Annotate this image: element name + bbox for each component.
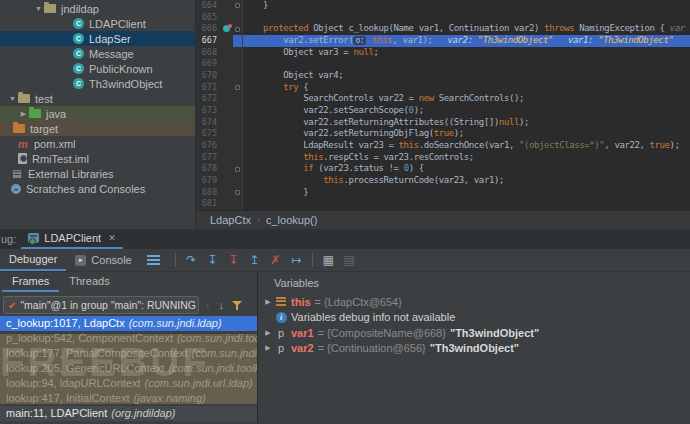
fold-column	[233, 93, 243, 105]
tab-console[interactable]: ▸Console	[66, 249, 140, 271]
code-line-667[interactable]: 667 var2.setError(o: this, var1); var2: …	[196, 35, 690, 47]
method-breakpoint-icon[interactable]	[222, 23, 233, 35]
code-line-666[interactable]: 666 protected Object c_lookup(Name var1,…	[196, 23, 690, 35]
variable-value: = {CompositeName@668}	[318, 327, 446, 339]
code-line-664[interactable]: 664 }	[196, 0, 690, 12]
code-line-681[interactable]: 681	[196, 198, 690, 210]
variables-rows: ▶this= {LdapCtx@654}iVariables debug inf…	[258, 294, 690, 356]
value-icon	[274, 297, 288, 306]
frame-row[interactable]: c_lookup:1017, LdapCtx(com.sun.jndi.ldap…	[0, 316, 257, 331]
code-text: this.respCtls = var23.resControls;	[243, 152, 690, 164]
variable-row[interactable]: ▶pvar2= {Continuation@656}"Th3windObject…	[258, 341, 690, 357]
run-to-cursor-button[interactable]: ↦	[286, 250, 307, 271]
tree-item-publicknown[interactable]: CPublicKnown	[0, 61, 195, 76]
code-line-678[interactable]: 678 if (var23.status != 0) {	[196, 163, 690, 175]
drop-frame-button[interactable]: ✗	[265, 250, 286, 271]
code-line-674[interactable]: 674 var22.setReturningAttributes((String…	[196, 117, 690, 129]
code-line-680[interactable]: 680 }	[196, 187, 690, 199]
line-number: 664	[196, 0, 222, 12]
tree-item-ldapser[interactable]: CLdapSer	[0, 31, 195, 46]
view-breakpoints-button[interactable]: ▦	[318, 250, 339, 271]
breadcrumb-item-c-lookup-[interactable]: c_lookup()	[266, 214, 317, 226]
code-line-676[interactable]: 676 LdapResult var23 = this.doSearchOnce…	[196, 140, 690, 152]
hide-frames-filter-icon[interactable]	[232, 300, 243, 311]
tree-item-th3windobject[interactable]: CTh3windObject	[0, 76, 195, 91]
tree-item-label: Scratches and Consoles	[26, 183, 145, 195]
frame-row[interactable]: lookup:417, InitialContext(javax.naming)	[0, 391, 257, 406]
chevron-down-icon[interactable]: ▼	[33, 5, 44, 12]
tab-threads[interactable]: Threads	[59, 272, 119, 290]
fold-marker[interactable]	[233, 0, 243, 12]
code-line-671[interactable]: 671 try {	[196, 82, 690, 94]
chevron-right-icon[interactable]: ▶	[262, 329, 274, 337]
tree-item-message[interactable]: CMessage	[0, 46, 195, 61]
chevron-down-icon[interactable]: ▼	[7, 95, 18, 102]
variable-string-value: "Th3windObject"	[450, 327, 539, 339]
tree-item-rmitest-iml[interactable]: RmiTest.iml	[0, 151, 195, 166]
frame-row[interactable]: lookup:177, PartialCompositeContext(com.…	[0, 346, 257, 361]
folder-green-icon	[29, 109, 41, 118]
tree-item-java[interactable]: ▶java	[0, 106, 195, 121]
debug-window-label: ug:	[0, 233, 21, 245]
class-icon: C	[73, 33, 84, 44]
debug-session-tab[interactable]: LDAPClient ✕	[21, 229, 122, 249]
frame-row[interactable]: main:11, LDAPClient(org.jndildap)	[0, 406, 257, 421]
fold-column	[233, 175, 243, 187]
frame-row[interactable]: lookup:94, ldapURLContext(com.sun.jndi.u…	[0, 376, 257, 391]
next-frame-icon[interactable]: ↓	[219, 299, 225, 311]
frame-row[interactable]: lookup:205, GenericURLContext(com.sun.jn…	[0, 361, 257, 376]
previous-frame-icon[interactable]: ↑	[205, 299, 211, 311]
code-line-665[interactable]: 665	[196, 12, 690, 24]
variable-row[interactable]: ▶this= {LdapCtx@654}	[258, 294, 690, 310]
fold-marker[interactable]	[233, 82, 243, 94]
tree-item-pom-xml[interactable]: mpom.xml	[0, 136, 195, 151]
view-tabs: Debugger▸Console	[0, 249, 141, 271]
gutter-column	[222, 198, 233, 210]
tree-item-external-libraries[interactable]: ▤External Libraries	[0, 166, 195, 181]
code-line-677[interactable]: 677 this.respCtls = var23.resControls;	[196, 152, 690, 164]
chevron-right-icon[interactable]: ▶	[18, 110, 29, 118]
breadcrumb: LdapCtx›c_lookup()	[196, 210, 690, 229]
gutter-column	[222, 163, 233, 175]
code-line-668[interactable]: 668 Object var3 = null;	[196, 47, 690, 59]
fold-column	[233, 117, 243, 129]
step-into-button[interactable]: ↧	[202, 250, 223, 271]
variable-row[interactable]: ▶pvar1= {CompositeName@668}"Th3windObjec…	[258, 325, 690, 341]
close-icon[interactable]: ✕	[108, 233, 116, 243]
code-editor[interactable]: 664 }665666 protected Object c_lookup(Na…	[196, 0, 690, 229]
tab-debugger[interactable]: Debugger	[0, 249, 66, 271]
tree-item-jndildap[interactable]: ▼jndildap	[0, 1, 195, 16]
force-step-into-button[interactable]: ↧	[223, 250, 244, 271]
chevron-right-icon[interactable]: ▶	[262, 298, 274, 306]
code-line-679[interactable]: 679 this.processReturnCode(var23, var1);	[196, 175, 690, 187]
code-line-672[interactable]: 672 SearchControls var22 = new SearchCon…	[196, 93, 690, 105]
fold-marker[interactable]	[233, 23, 243, 35]
tree-item-ldapclient[interactable]: CLDAPClient	[0, 16, 195, 31]
frame-location: lookup:94, ldapURLContext	[6, 377, 141, 389]
variable-row[interactable]: iVariables debug info not available	[258, 310, 690, 326]
chevron-right-icon[interactable]: ▶	[262, 344, 274, 352]
gutter-column	[222, 12, 233, 24]
step-over-button[interactable]: ↷	[181, 250, 202, 271]
tree-item-target[interactable]: target	[0, 121, 195, 136]
code-line-673[interactable]: 673 var22.setSearchScope(0);	[196, 105, 690, 117]
variable-name: this	[291, 296, 311, 308]
tree-item-label: pom.xml	[34, 138, 76, 150]
fold-marker[interactable]	[233, 163, 243, 175]
frame-row[interactable]: p_lookup:542, ComponentContext(com.sun.j…	[0, 331, 257, 346]
fold-marker[interactable]	[233, 187, 243, 199]
code-text: }	[243, 187, 690, 199]
code-line-670[interactable]: 670 Object var4;	[196, 70, 690, 82]
code-line-675[interactable]: 675 var22.setReturningObjFlag(true);	[196, 128, 690, 140]
variable-value: = {Continuation@656}	[318, 342, 426, 354]
mute-breakpoints-button[interactable]: ▤	[339, 250, 360, 271]
breadcrumb-item-ldapctx[interactable]: LdapCtx	[210, 214, 251, 226]
tree-item-scratches-and-consoles[interactable]: ◒Scratches and Consoles	[0, 181, 195, 196]
code-line-669[interactable]: 669	[196, 58, 690, 70]
tree-item-test[interactable]: ▼test	[0, 91, 195, 106]
step-out-button[interactable]: ↥	[244, 250, 265, 271]
thread-selector[interactable]: ✔ "main"@1 in group "main": RUNNING ▾	[3, 296, 199, 314]
restore-layout-button[interactable]	[147, 255, 160, 265]
tab-frames[interactable]: Frames	[2, 272, 59, 292]
line-number: 677	[196, 152, 222, 164]
